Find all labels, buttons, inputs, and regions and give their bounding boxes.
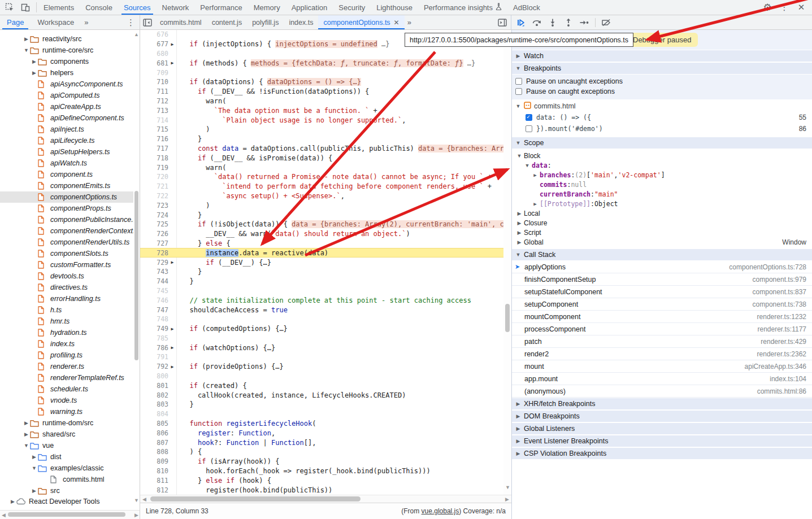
code-line[interactable]: 719 warn( xyxy=(140,163,511,172)
tree-folder-dist[interactable]: ▶dist xyxy=(0,451,133,463)
settings-gear-icon[interactable]: ⚙ xyxy=(760,1,775,14)
code-line[interactable]: 811 } else if (hook) { xyxy=(140,476,511,485)
breakpoint-entry[interactable]: data: () => ({55 xyxy=(512,112,812,123)
breakpoint-file-group[interactable]: ▼ commits.html xyxy=(512,101,812,112)
code-line[interactable]: 713 `The data option must be a function.… xyxy=(140,106,511,115)
tree-file-componentslots-ts[interactable]: componentSlots.ts xyxy=(0,248,133,259)
tree-file-commits-html[interactable]: commits.html xyxy=(0,474,133,485)
tree-folder-runtime-dom-src[interactable]: ▶runtime-dom/src xyxy=(0,417,133,429)
tree-file-renderertemplateref-ts[interactable]: rendererTemplateRef.ts xyxy=(0,372,133,383)
call-stack-frame[interactable]: (anonymous)commits.html:86 xyxy=(512,385,812,398)
tree-file-component-ts[interactable]: component.ts xyxy=(0,169,133,180)
editor-tab-componentOptions-ts[interactable]: componentOptions.ts✕ xyxy=(318,15,404,29)
tree-file-directives-ts[interactable]: directives.ts xyxy=(0,282,133,293)
code-line[interactable]: 749▶ if (computedOptions) {…} xyxy=(140,324,511,334)
code-line[interactable]: 803 } xyxy=(140,400,511,409)
tab-lighthouse[interactable]: Lighthouse xyxy=(371,0,418,15)
tree-file-devtools-ts[interactable]: devtools.ts xyxy=(0,271,133,282)
code-line[interactable]: 748 xyxy=(140,315,511,324)
code-editor[interactable]: 676677▶ if (injectOptions) { injectOptio… xyxy=(140,30,511,495)
tree-file-apicomputed-ts[interactable]: apiComputed.ts xyxy=(0,90,133,101)
chevron-down-icon[interactable]: ▼ xyxy=(516,153,522,159)
section-call-stack[interactable]: ▼ Call Stack xyxy=(512,248,812,261)
navigator-tab-workspace[interactable]: Workspace xyxy=(31,15,81,29)
code-line[interactable]: 791 xyxy=(140,352,511,362)
code-line[interactable]: 724 } xyxy=(140,210,511,220)
tab-application[interactable]: Application xyxy=(286,0,333,15)
code-line[interactable]: 800 xyxy=(140,372,511,381)
checkbox[interactable] xyxy=(526,125,532,132)
tree-file-apidefinecomponent-ts[interactable]: apiDefineComponent.ts xyxy=(0,112,133,124)
tab-security[interactable]: Security xyxy=(333,0,371,15)
tree-item-react-developer-tools[interactable]: ▶ React Developer Tools xyxy=(0,496,133,507)
tree-file-vnode-ts[interactable]: vnode.ts xyxy=(0,395,133,406)
tree-folder-shared-src[interactable]: ▶shared/src xyxy=(0,429,133,440)
tab-memory[interactable]: Memory xyxy=(248,0,286,15)
call-stack-frame[interactable]: mountComponentrenderer.ts:1232 xyxy=(512,311,812,323)
code-line[interactable]: 720 `data() returned a Promise - note da… xyxy=(140,172,511,182)
step-into-button[interactable] xyxy=(545,16,560,29)
tab-performance[interactable]: Performance xyxy=(194,0,247,15)
call-stack-frame[interactable]: setupStatefulComponentcomponent.ts:837 xyxy=(512,286,812,298)
chevron-right-icon[interactable]: ▶ xyxy=(516,211,522,216)
code-line[interactable]: 710 if (dataOptions) { dataOptions = () … xyxy=(140,77,511,87)
toggle-navigator-icon[interactable] xyxy=(140,16,155,29)
code-line[interactable]: 723 ) xyxy=(140,200,511,210)
code-line[interactable]: 721 `intend to perform data fetching bef… xyxy=(140,182,511,191)
code-line[interactable]: 804 xyxy=(140,409,511,419)
tree-file-componentrenderutils-ts[interactable]: componentRenderUtils.ts xyxy=(0,237,133,248)
tree-file-componentemits-ts[interactable]: componentEmits.ts xyxy=(0,180,133,191)
breakpoint-entry[interactable]: }).mount('#demo')86 xyxy=(512,123,812,134)
code-line[interactable]: 726 __DEV__ && warn(`data() should retur… xyxy=(140,229,511,239)
code-line[interactable]: 712 warn( xyxy=(140,97,511,106)
close-icon[interactable]: ✕ xyxy=(794,1,809,14)
chevron-right-icon[interactable]: ▶ xyxy=(516,220,522,226)
fold-arrow-icon[interactable]: ▶ xyxy=(168,364,176,369)
tree-folder-components[interactable]: ▶components xyxy=(0,56,133,67)
tab-console[interactable]: Console xyxy=(80,0,118,15)
deactivate-breakpoints-icon[interactable] xyxy=(599,16,614,29)
code-line[interactable]: 727 } else { xyxy=(140,239,511,248)
fold-arrow-icon[interactable]: ▶ xyxy=(168,326,176,332)
code-line[interactable]: 743 } xyxy=(140,267,511,277)
code-line[interactable]: 747 shouldCacheAccess = true xyxy=(140,305,511,315)
scope-row[interactable]: ▼data: xyxy=(512,160,812,170)
tree-file-componentpublicinstance-ts[interactable]: componentPublicInstance.ts xyxy=(0,214,133,225)
toggle-sidebar-icon[interactable] xyxy=(494,16,511,29)
scope-row[interactable]: ▶branches: (2) ['main', 'v2-compat'] xyxy=(512,170,812,180)
section-csp-violation-breakpoints[interactable]: ▶CSP Violation Breakpoints xyxy=(512,447,812,460)
step-out-button[interactable] xyxy=(561,16,576,29)
tree-file-h-ts[interactable]: h.ts xyxy=(0,304,133,316)
code-line[interactable]: 711 if (__DEV__ && !isFunction(dataOptio… xyxy=(140,87,511,97)
tree-file-index-ts[interactable]: index.ts xyxy=(0,338,133,350)
tree-file-apiinject-ts[interactable]: apiInject.ts xyxy=(0,124,133,135)
call-stack-frame[interactable]: patchrenderer.ts:429 xyxy=(512,335,812,348)
code-line[interactable]: 715 ) xyxy=(140,125,511,134)
checkbox[interactable] xyxy=(515,78,522,85)
editor-vertical-scrollbar[interactable]: ▼ xyxy=(503,30,511,495)
code-line[interactable]: 716 } xyxy=(140,134,511,144)
tree-folder-examples-classic[interactable]: ▼examples/classic xyxy=(0,463,133,474)
tree-file-componentrendercontext-ts[interactable]: componentRenderContext.ts xyxy=(0,225,133,237)
fold-arrow-icon[interactable]: ▶ xyxy=(168,345,176,350)
section-xhr-fetch-breakpoints[interactable]: ▶XHR/fetch Breakpoints xyxy=(512,398,812,410)
scope-row[interactable]: currentBranch: "main" xyxy=(512,189,812,199)
tree-file-renderer-ts[interactable]: renderer.ts xyxy=(0,361,133,372)
call-stack-frame[interactable]: render2renderer.ts:2362 xyxy=(512,348,812,360)
tab-elements[interactable]: Elements xyxy=(38,0,80,15)
tree-file-componentprops-ts[interactable]: componentProps.ts xyxy=(0,203,133,214)
navigator-vertical-scrollbar[interactable]: ▲ ▼ xyxy=(133,30,140,508)
pause-option-row[interactable]: Pause on caught exceptions xyxy=(512,86,812,97)
code-line[interactable]: 806 register: Function, xyxy=(140,428,511,438)
code-line[interactable]: 714 `Plain object usage is no longer sup… xyxy=(140,115,511,125)
code-line[interactable]: 680 xyxy=(140,49,511,59)
tab-performance-insights[interactable]: Performance insights xyxy=(418,0,507,15)
section-global-listeners[interactable]: ▶Global Listeners xyxy=(512,422,812,435)
section-watch[interactable]: ▶ Watch xyxy=(512,50,812,62)
section-dom-breakpoints[interactable]: ▶DOM Breakpoints xyxy=(512,410,812,422)
tab-adblock[interactable]: AdBlock xyxy=(507,0,546,15)
step-button[interactable] xyxy=(577,16,592,29)
scope-row[interactable]: ▶Closure xyxy=(512,218,812,228)
code-line[interactable]: 745 xyxy=(140,286,511,296)
code-line[interactable]: 717 const data = dataOptions.call(public… xyxy=(140,144,511,154)
